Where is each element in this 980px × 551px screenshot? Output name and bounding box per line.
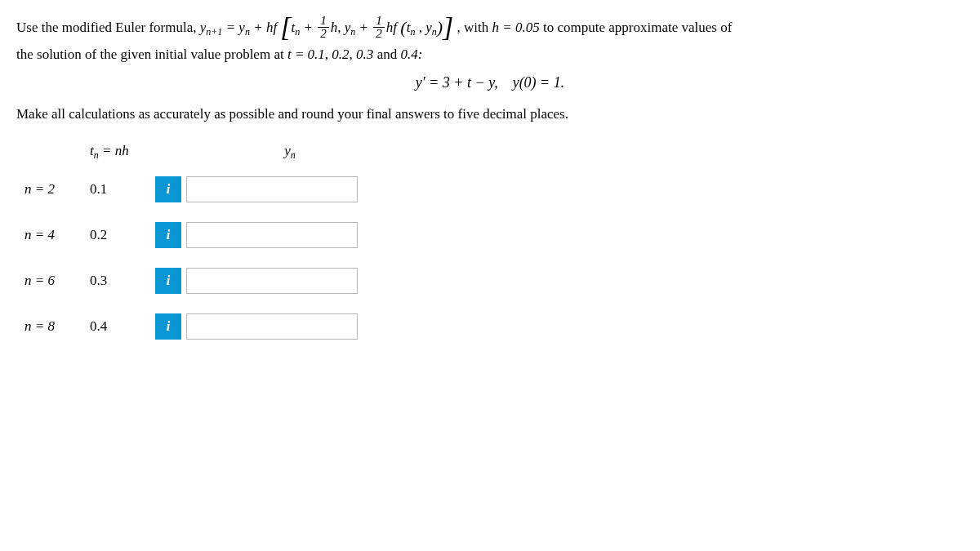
t-value: 0.2 xyxy=(90,227,155,243)
t-value: 0.3 xyxy=(90,273,155,289)
instruction-text: Make all calculations as accurately as p… xyxy=(16,101,964,127)
h-value: h = 0.05 xyxy=(492,20,539,35)
n-label: n = 4 xyxy=(24,227,90,243)
table-row: n = 2 0.1 i xyxy=(24,176,964,202)
table-header-row: tn = nh yn xyxy=(24,143,964,162)
euler-formula: yn+1 = yn + hf [tn + 12h, yn + 12hf (tn … xyxy=(200,20,457,35)
t-value: 0.4 xyxy=(90,318,155,335)
header-yn: yn xyxy=(155,143,368,162)
table-row: n = 4 0.2 i xyxy=(24,222,964,248)
line2-pre: the solution of the given initial value … xyxy=(16,47,287,62)
info-icon[interactable]: i xyxy=(155,222,181,248)
t-value: 0.1 xyxy=(90,181,155,198)
answer-input[interactable] xyxy=(186,313,358,340)
intro-text: Use the modified Euler formula, xyxy=(16,20,200,35)
answer-input[interactable] xyxy=(186,176,358,202)
n-label: n = 6 xyxy=(24,273,90,289)
n-label: n = 2 xyxy=(24,181,90,198)
intro-post: , with xyxy=(457,20,492,35)
t-values: t = 0.1, 0.2, 0.3 xyxy=(287,47,373,62)
intro-end: to compute approximate values of xyxy=(543,20,732,35)
line2-and: and xyxy=(377,47,401,62)
info-icon[interactable]: i xyxy=(155,176,181,202)
info-icon[interactable]: i xyxy=(155,313,181,340)
last-t: 0.4: xyxy=(400,47,422,62)
answer-table: tn = nh yn n = 2 0.1 i n = 4 0.2 i n = 6… xyxy=(24,143,964,340)
answer-input[interactable] xyxy=(186,268,358,294)
problem-statement-line1: Use the modified Euler formula, yn+1 = y… xyxy=(16,15,964,42)
header-tn: tn = nh xyxy=(24,143,155,162)
answer-input[interactable] xyxy=(186,222,358,248)
info-icon[interactable]: i xyxy=(155,268,181,294)
table-row: n = 8 0.4 i xyxy=(24,313,964,340)
problem-statement-line2: the solution of the given initial value … xyxy=(16,42,964,68)
table-row: n = 6 0.3 i xyxy=(24,268,964,294)
ode-equation: y′ = 3 + t − y, y(0) = 1. xyxy=(16,74,964,91)
n-label: n = 8 xyxy=(24,318,90,335)
